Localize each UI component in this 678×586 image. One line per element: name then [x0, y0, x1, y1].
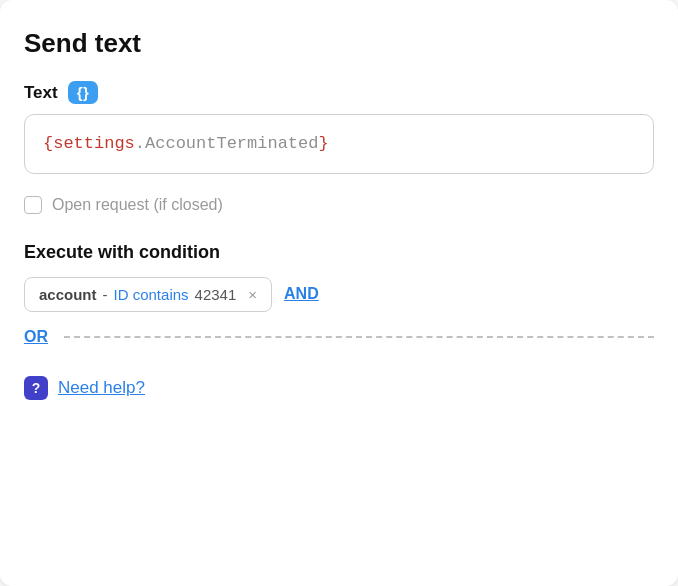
help-icon-badge: ?: [24, 376, 48, 400]
open-brace: {: [43, 134, 53, 153]
curly-braces-badge[interactable]: {}: [68, 81, 99, 104]
and-button[interactable]: AND: [284, 285, 319, 303]
condition-section-title: Execute with condition: [24, 242, 654, 263]
condition-value: 42341: [195, 286, 237, 303]
condition-field: account: [39, 286, 97, 303]
code-display: {settings.AccountTerminated}: [43, 134, 329, 153]
text-label: Text: [24, 83, 58, 103]
condition-separator: -: [103, 286, 108, 303]
text-label-row: Text {}: [24, 81, 654, 104]
or-divider: [64, 336, 654, 338]
condition-row: account - ID contains 42341 × AND: [24, 277, 654, 312]
code-key-settings: settings: [53, 134, 135, 153]
condition-attribute: ID contains: [114, 286, 189, 303]
open-request-label: Open request (if closed): [52, 196, 223, 214]
code-dot: .: [135, 134, 145, 153]
close-brace: }: [318, 134, 328, 153]
text-input-box[interactable]: {settings.AccountTerminated}: [24, 114, 654, 174]
or-row: OR: [24, 328, 654, 346]
condition-pill[interactable]: account - ID contains 42341 ×: [24, 277, 272, 312]
help-row: ? Need help?: [24, 376, 654, 400]
or-button[interactable]: OR: [24, 328, 48, 346]
send-text-card: Send text Text {} {settings.AccountTermi…: [0, 0, 678, 586]
open-request-checkbox[interactable]: [24, 196, 42, 214]
page-title: Send text: [24, 28, 654, 59]
code-value-account-terminated: AccountTerminated: [145, 134, 318, 153]
condition-close-button[interactable]: ×: [248, 286, 257, 303]
need-help-link[interactable]: Need help?: [58, 378, 145, 398]
open-request-row: Open request (if closed): [24, 196, 654, 214]
